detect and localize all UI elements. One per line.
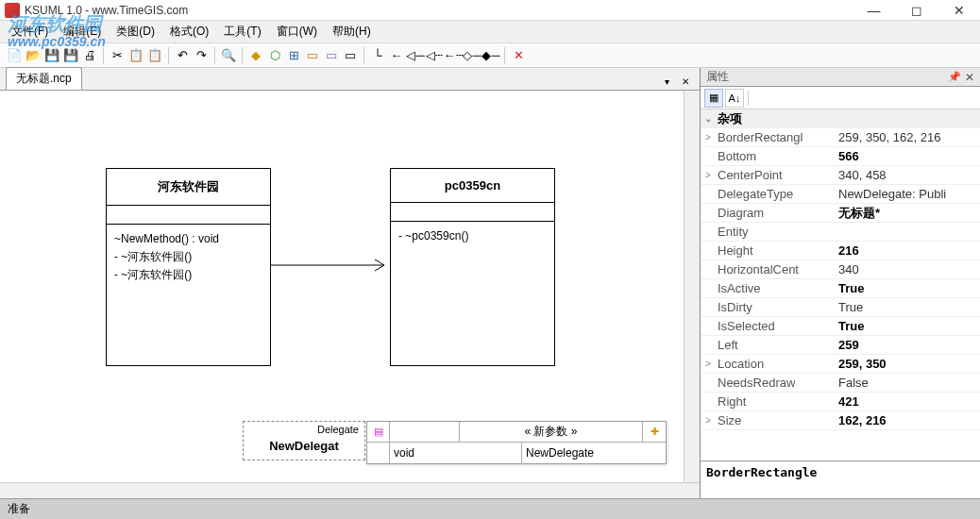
cut-icon[interactable]: ✂ [109, 47, 126, 64]
inherit-icon[interactable]: ◁─ [407, 47, 424, 64]
expand-icon[interactable]: > [701, 170, 716, 180]
delegate-icon[interactable]: ▭ [323, 47, 340, 64]
menu-window[interactable]: 窗口(W) [269, 21, 325, 42]
properties-toolbar: ▦ A↓ [701, 87, 980, 109]
property-row[interactable]: >CenterPoint340, 458 [701, 166, 980, 185]
property-value[interactable]: 421 [835, 394, 980, 409]
property-row[interactable]: Height216 [701, 242, 980, 260]
property-value[interactable]: NewDelegate: Publi [835, 187, 980, 201]
property-value[interactable]: 216 [835, 243, 980, 258]
property-value[interactable]: 340 [835, 262, 980, 276]
arrow-icon[interactable]: ← [388, 47, 405, 64]
tab-dropdown-icon[interactable]: ▾ [658, 73, 675, 90]
paste-icon[interactable]: 📋 [146, 47, 163, 64]
property-row[interactable]: DelegateTypeNewDelegate: Publi [701, 185, 980, 204]
property-value[interactable]: False [835, 376, 980, 390]
tab-close-icon[interactable]: ✕ [677, 73, 694, 90]
popup-icon-cell[interactable]: ▤ [367, 422, 390, 442]
menu-edit[interactable]: 编辑(E) [56, 21, 109, 42]
property-row[interactable]: >BorderRectangl259, 350, 162, 216 [701, 128, 980, 147]
connector-association[interactable] [271, 256, 392, 275]
uml-method[interactable]: - ~河东软件园() [114, 248, 262, 266]
canvas[interactable]: 河东软件园 ~NewMethod() : void - ~河东软件园() - ~… [0, 91, 700, 482]
saveall-icon[interactable]: 💾 [62, 47, 79, 64]
delete-icon[interactable]: ✕ [510, 47, 527, 64]
property-row[interactable]: IsActiveTrue [701, 279, 980, 298]
expand-icon[interactable]: > [701, 415, 716, 426]
sort-az-icon[interactable]: A↓ [725, 89, 744, 108]
menu-classdiagram[interactable]: 类图(D) [109, 21, 162, 42]
depend-icon[interactable]: ←┄ [445, 47, 462, 64]
uml-method[interactable]: - ~河东软件园() [114, 266, 262, 284]
copy-icon[interactable]: 📋 [127, 47, 144, 64]
popup-new-param[interactable]: « 新参数 » [460, 422, 643, 442]
property-value[interactable]: True [835, 281, 980, 295]
property-category[interactable]: ⌄ 杂项 [701, 109, 980, 128]
property-row[interactable]: IsDirtyTrue [701, 298, 980, 317]
aggreg-icon[interactable]: ◇─ [464, 47, 481, 64]
menu-tools[interactable]: 工具(T) [216, 21, 268, 42]
print-icon[interactable]: 🖨 [81, 47, 98, 64]
property-value[interactable]: 566 [835, 149, 980, 163]
compos-icon[interactable]: ◆─ [482, 47, 499, 64]
property-row[interactable]: Right421 [701, 393, 980, 411]
redo-icon[interactable]: ↷ [193, 47, 210, 64]
property-row[interactable]: Bottom566 [701, 147, 980, 166]
undo-icon[interactable]: ↶ [174, 47, 191, 64]
realize-icon[interactable]: ◁┄ [426, 47, 443, 64]
uml-method[interactable]: - ~pc0359cn() [398, 227, 547, 245]
minimize-button[interactable]: — [853, 0, 895, 21]
categorize-icon[interactable]: ▦ [704, 89, 723, 108]
property-row[interactable]: IsSelectedTrue [701, 317, 980, 336]
menu-format[interactable]: 格式(O) [162, 21, 216, 42]
expand-icon[interactable]: > [701, 132, 716, 142]
assoc-icon[interactable]: └ [369, 47, 386, 64]
popup-blank[interactable] [390, 422, 460, 442]
parameter-popup[interactable]: ▤ « 新参数 » ✚ void NewDelegate [366, 421, 667, 464]
property-row[interactable]: NeedsRedrawFalse [701, 374, 980, 393]
property-description: BorderRectangle [701, 460, 980, 498]
property-row[interactable]: Diagram无标题* [701, 204, 980, 223]
property-row[interactable]: HorizontalCent340 [701, 260, 980, 279]
comment-icon[interactable]: ▭ [342, 47, 359, 64]
enum-icon[interactable]: ⊞ [285, 47, 302, 64]
property-value[interactable]: 340, 458 [835, 168, 980, 182]
property-value[interactable]: 无标题* [835, 205, 980, 222]
menu-file[interactable]: 文件(F) [4, 21, 56, 42]
property-row[interactable]: >Size162, 216 [701, 411, 980, 430]
popup-add-icon[interactable]: ✚ [643, 422, 666, 442]
panel-close-icon[interactable]: ✕ [965, 71, 974, 84]
property-value[interactable]: True [835, 300, 980, 314]
pin-icon[interactable]: 📌 [948, 71, 961, 83]
uml-class-box-2[interactable]: pc0359cn - ~pc0359cn() [390, 168, 555, 366]
expand-icon[interactable]: > [701, 359, 716, 369]
property-row[interactable]: Left259 [701, 336, 980, 355]
property-value[interactable]: 162, 216 [835, 413, 980, 427]
uml-delegate-box[interactable]: Delegate NewDelegat [243, 421, 365, 460]
popup-return-type[interactable]: void [390, 443, 522, 463]
property-value[interactable]: 259, 350, 162, 216 [835, 130, 980, 144]
interface-icon[interactable]: ⬡ [266, 47, 283, 64]
zoom-icon[interactable]: 🔍 [220, 47, 237, 64]
menu-help[interactable]: 帮助(H) [325, 21, 379, 42]
save-icon[interactable]: 💾 [43, 47, 60, 64]
uml-method[interactable]: ~NewMethod() : void [114, 230, 262, 248]
struct-icon[interactable]: ▭ [304, 47, 321, 64]
class-icon[interactable]: ◆ [247, 47, 264, 64]
properties-grid[interactable]: ⌄ 杂项 >BorderRectangl259, 350, 162, 216Bo… [701, 109, 980, 460]
property-row[interactable]: Entity [701, 223, 980, 242]
property-row[interactable]: >Location259, 350 [701, 355, 980, 374]
property-value[interactable]: 259, 350 [835, 357, 980, 371]
scrollbar-horizontal[interactable] [0, 482, 700, 498]
tab-document[interactable]: 无标题.ncp [6, 67, 82, 90]
open-icon[interactable]: 📂 [25, 47, 42, 64]
uml-class-box-1[interactable]: 河东软件园 ~NewMethod() : void - ~河东软件园() - ~… [106, 168, 271, 366]
expand-icon[interactable]: ⌄ [701, 113, 716, 124]
scrollbar-vertical[interactable] [684, 91, 700, 482]
maximize-button[interactable]: ◻ [895, 0, 938, 21]
popup-name-field[interactable]: NewDelegate [522, 443, 666, 463]
property-value[interactable]: True [835, 319, 980, 333]
close-button[interactable]: ✕ [938, 0, 980, 21]
new-icon[interactable]: 📄 [6, 47, 23, 64]
property-value[interactable]: 259 [835, 338, 980, 352]
